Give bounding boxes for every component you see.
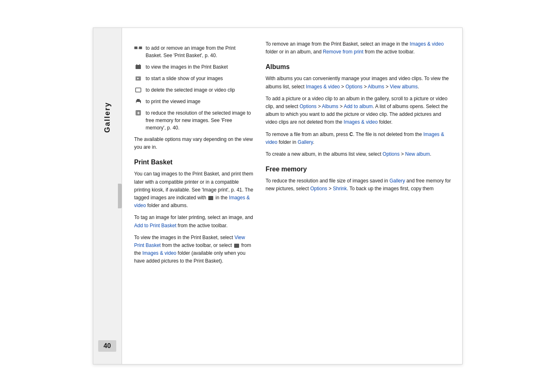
images-video-link-1[interactable]: Images & video <box>134 195 250 208</box>
new-album-link[interactable]: New album <box>405 151 430 157</box>
print-basket-section: Print Basket You can tag images to the P… <box>134 159 253 265</box>
albums-heading: Albums <box>266 63 454 71</box>
icon-item-text-4: to delete the selected image or video cl… <box>146 86 235 94</box>
albums-section: Albums With albums you can conveniently … <box>266 63 454 158</box>
print-icon <box>134 98 143 105</box>
albums-para3: To remove a file from an album, press C.… <box>266 131 454 146</box>
page-number: 40 <box>98 340 116 352</box>
c-key: C <box>350 131 353 137</box>
images-video-link-5[interactable]: Images & video <box>344 119 378 125</box>
svg-rect-8 <box>136 88 141 92</box>
icon-item-text-3: to start a slide show of your images <box>146 75 223 82</box>
albums-para1: With albums you can conveniently manage … <box>266 75 454 90</box>
albums-para2: To add a picture or a video clip to an a… <box>266 95 454 127</box>
icon-list-section: / to add or remove an image from the Pri… <box>134 44 253 131</box>
delete-icon <box>134 87 143 93</box>
page-inner: Gallery 40 / <box>93 28 463 364</box>
free-memory-para1: To reduce the resolution and file size o… <box>266 177 454 193</box>
remove-from-print-link[interactable]: Remove from print <box>323 49 364 55</box>
add-to-print-basket-link[interactable]: Add to Print Basket <box>134 223 177 228</box>
svg-text:/: / <box>138 47 138 50</box>
print-basket-para1: You can tag images to the Print Basket, … <box>134 170 253 210</box>
page-container: Gallery 40 / <box>0 0 555 392</box>
print-basket-para3: To view the images in the Print Basket, … <box>134 234 253 265</box>
content-area: / to add or remove an image from the Pri… <box>122 28 462 364</box>
print-add-icon: / <box>134 45 143 51</box>
available-options-text: The available options may vary depending… <box>134 136 253 151</box>
slideshow-icon <box>134 75 143 82</box>
albums-link-1[interactable]: Albums <box>368 84 384 90</box>
basket-view-icon <box>134 64 143 70</box>
icon-item-text-5: to print the viewed image <box>146 98 200 105</box>
svg-rect-0 <box>134 46 138 49</box>
svg-rect-3 <box>136 65 141 69</box>
view-albums-link[interactable]: View albums <box>390 84 418 90</box>
albums-link-2[interactable]: Albums <box>322 104 339 109</box>
inline-basket-icon2 <box>234 244 239 248</box>
icon-item-text-6: to reduce the resolution of the selected… <box>146 109 253 131</box>
icon-item-text-2: to view the images in the Print Basket <box>146 63 228 71</box>
icon-item-view-basket: to view the images in the Print Basket <box>134 63 253 71</box>
albums-para4: To create a new album, in the albums lis… <box>266 150 454 158</box>
options-link-3[interactable]: Options <box>382 151 399 157</box>
images-video-link-6[interactable]: Images & video <box>266 131 444 145</box>
icon-item-text-1: to add or remove an image from the Print… <box>146 44 253 59</box>
free-memory-section: Free memory To reduce the resolution and… <box>266 166 454 193</box>
icon-item-reduce: to reduce the resolution of the selected… <box>134 109 253 131</box>
icon-item-print: to print the viewed image <box>134 98 253 105</box>
options-link-2[interactable]: Options <box>299 104 316 109</box>
images-video-link-2[interactable]: Images & video <box>143 250 177 256</box>
sidebar-gallery-label: Gallery <box>103 102 112 133</box>
images-video-link-4[interactable]: Images & video <box>306 84 340 90</box>
sidebar: Gallery 40 <box>93 28 122 364</box>
inline-basket-icon <box>208 196 213 200</box>
icon-item-print-add: / to add or remove an image from the Pri… <box>134 44 253 59</box>
shrink-link[interactable]: Shrink <box>333 186 347 191</box>
print-basket-heading: Print Basket <box>134 159 253 166</box>
add-to-album-link[interactable]: Add to album <box>344 104 373 109</box>
options-link-1[interactable]: Options <box>345 84 362 90</box>
view-print-basket-link[interactable]: View Print Basket <box>134 235 245 248</box>
svg-rect-2 <box>139 46 142 49</box>
free-memory-heading: Free memory <box>266 166 454 173</box>
gallery-link-2[interactable]: Gallery <box>389 178 405 184</box>
page-tab <box>118 184 122 208</box>
remove-image-text: To remove an image from the Print Basket… <box>266 40 454 56</box>
left-column: / to add or remove an image from the Pri… <box>134 40 253 352</box>
images-video-link-3[interactable]: Images & video <box>410 41 444 47</box>
options-link-4[interactable]: Options <box>310 186 327 191</box>
icon-item-delete: to delete the selected image or video cl… <box>134 86 253 94</box>
svg-rect-11 <box>136 102 140 104</box>
gallery-link-1[interactable]: Gallery <box>298 139 313 145</box>
svg-rect-10 <box>137 99 140 101</box>
print-basket-para2: To tag an image for later printing, sele… <box>134 214 253 229</box>
right-column: To remove an image from the Print Basket… <box>266 40 454 352</box>
icon-item-slideshow: to start a slide show of your images <box>134 75 253 82</box>
reduce-icon <box>134 110 143 116</box>
